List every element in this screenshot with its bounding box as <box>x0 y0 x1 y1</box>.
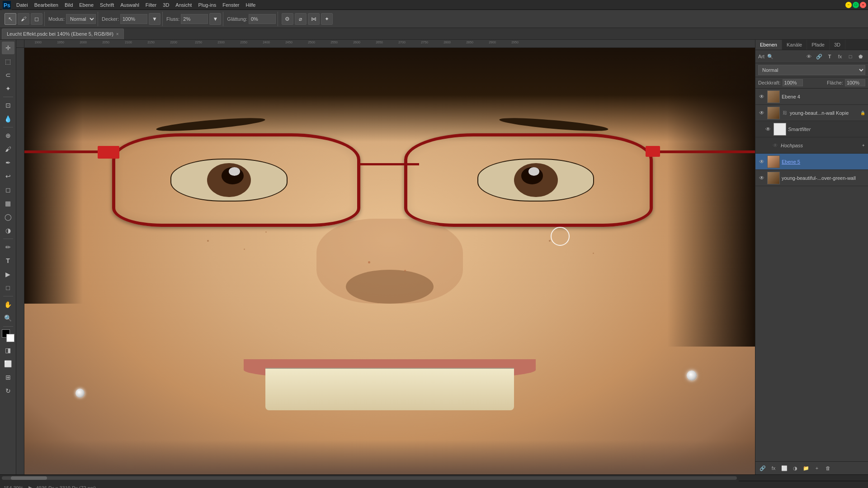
menu-schrift[interactable]: Schrift <box>97 1 117 9</box>
eraser-left-tool[interactable]: ◻ <box>2 183 14 196</box>
move-tool[interactable]: ↖ <box>5 13 16 25</box>
fx-icon[interactable]: fx <box>835 52 844 61</box>
layer-vis-icon[interactable]: 👁 <box>758 174 765 182</box>
fluss-toggle[interactable]: ▼ <box>209 13 221 25</box>
hand-tool[interactable]: ✋ <box>2 298 14 311</box>
menu-auswahl[interactable]: Auswahl <box>118 1 142 9</box>
brush-left-tool[interactable]: 🖌 <box>2 143 14 155</box>
ruler-mark: 2100 <box>125 41 132 44</box>
canvas-image[interactable] <box>24 48 755 474</box>
scroll-thumb[interactable] <box>11 476 47 480</box>
options-toolbar: ↖ 🖌 ◻ Modus: Normal Decker: ▼ Fluss: ▼ G… <box>0 10 868 28</box>
menu-datei[interactable]: Datei <box>14 1 31 9</box>
tab-3d[interactable]: 3D <box>830 40 845 50</box>
path-select-tool[interactable]: ▶ <box>2 268 14 281</box>
blur-tool[interactable]: ◯ <box>2 211 14 223</box>
glaettung-group: Glättung: <box>225 12 278 26</box>
marquee-tool[interactable]: ⬚ <box>2 55 14 68</box>
stamp-tool[interactable]: ✒ <box>2 156 14 169</box>
menu-ebene[interactable]: Ebene <box>76 1 96 9</box>
menu-3d[interactable]: 3D <box>160 1 172 9</box>
layers-list: 👁 Ebene 4 👁 ⛓ young-beaut...n-wall Kopie… <box>755 89 868 461</box>
close-button[interactable]: × <box>860 2 866 8</box>
zoom-tool[interactable]: 🔍 <box>2 312 14 324</box>
ruler-top: 1900 1950 2000 2050 2100 2150 2200 2250 … <box>24 40 755 48</box>
menu-fenster[interactable]: Fenster <box>220 1 242 9</box>
link-layers-icon[interactable]: 🔗 <box>758 464 767 473</box>
search-icon[interactable]: 🔍 <box>766 52 775 61</box>
menu-filter[interactable]: Filter <box>143 1 159 9</box>
symmetry-icon[interactable]: ⋈ <box>308 13 320 25</box>
new-fill-adj-icon[interactable]: ◑ <box>791 464 800 473</box>
brush-extra[interactable]: ✦ <box>321 13 333 25</box>
minimize-button[interactable]: − <box>845 2 852 8</box>
rotate-view-tool[interactable]: ↻ <box>2 385 14 397</box>
screen-mode[interactable]: ⬜ <box>2 357 14 370</box>
dodge-tool[interactable]: ◑ <box>2 224 14 237</box>
menu-bearbeiten[interactable]: Bearbeiten <box>32 1 61 9</box>
maximize-button[interactable]: □ <box>853 2 859 8</box>
quick-mask-tool[interactable]: ◨ <box>2 344 14 357</box>
menu-ansicht[interactable]: Ansicht <box>173 1 194 9</box>
pen-tool[interactable]: ✏ <box>2 241 14 253</box>
decker-input[interactable] <box>120 14 147 24</box>
delete-layer-icon[interactable]: 🗑 <box>823 464 832 473</box>
add-mask-icon[interactable]: ⬜ <box>780 464 789 473</box>
layer-young-original[interactable]: 👁 young-beautiful-...over-green-wall <box>755 170 868 186</box>
hscrollbar[interactable] <box>0 475 739 481</box>
tab-close[interactable]: × <box>116 32 119 37</box>
layer-ebene4[interactable]: 👁 Ebene 4 <box>755 89 868 105</box>
fluss-input[interactable] <box>181 14 208 24</box>
new-layer-icon[interactable]: + <box>812 464 821 473</box>
settings-icon[interactable]: ⚙ <box>282 13 293 25</box>
new-group-icon[interactable]: 📁 <box>802 464 811 473</box>
spot-heal-tool[interactable]: ⊕ <box>2 129 14 142</box>
adjustment-icon[interactable]: ⬟ <box>856 52 865 61</box>
text-tool[interactable]: T <box>2 254 14 267</box>
eraser-tool[interactable]: ◻ <box>31 13 42 25</box>
glaettung-input[interactable] <box>249 14 276 24</box>
layer-hochpass[interactable]: 👁 Hochpass ✦ <box>755 137 868 154</box>
brush-tool[interactable]: 🖌 <box>18 13 29 25</box>
history-brush[interactable]: ↩ <box>2 170 14 183</box>
menu-hilfe[interactable]: Hilfe <box>243 1 258 9</box>
eyedropper-tool[interactable]: 💧 <box>2 113 14 125</box>
lasso-tool[interactable]: ⊂ <box>2 69 14 81</box>
tab-pfade[interactable]: Pfade <box>807 40 830 50</box>
tool-presets: ↖ 🖌 ◻ <box>3 12 45 26</box>
move-tool-left[interactable]: ✛ <box>2 42 14 54</box>
fill-input[interactable] <box>845 79 865 86</box>
shape-tool[interactable]: □ <box>2 282 14 294</box>
menu-bild[interactable]: Bild <box>62 1 75 9</box>
link-icon[interactable]: 🔗 <box>815 52 824 61</box>
menu-plugins[interactable]: Plug-ins <box>195 1 219 9</box>
layer-smartfilter[interactable]: 👁 Smartfilter <box>755 121 868 137</box>
layer-vis-icon[interactable]: 👁 <box>758 158 765 165</box>
background-color[interactable] <box>6 334 14 342</box>
layer-vis-icon[interactable]: 👁 <box>758 93 765 100</box>
opacity-input[interactable] <box>783 79 803 86</box>
decker-toggle[interactable]: ▼ <box>149 13 160 25</box>
text-icon[interactable]: T <box>825 52 834 61</box>
angle-icon[interactable]: ⌀ <box>295 13 307 25</box>
layer-ebene5[interactable]: 👁 Ebene 5 <box>755 154 868 170</box>
magic-wand-tool[interactable]: ✦ <box>2 82 14 95</box>
mask-icon[interactable]: □ <box>846 52 855 61</box>
layer-young-kopie[interactable]: 👁 ⛓ young-beaut...n-wall Kopie 🔒 <box>755 105 868 121</box>
canvas-area[interactable]: 1900 1950 2000 2050 2100 2150 2200 2250 … <box>16 40 755 474</box>
mode-select[interactable]: Normal <box>66 14 96 24</box>
opacity-row: Deckkraft: Fläche: <box>755 77 868 89</box>
layer-vis-icon[interactable]: 👁 <box>758 109 765 117</box>
fill-label: Fläche: <box>827 80 843 85</box>
crop-tool[interactable]: ⊡ <box>2 99 14 112</box>
layer-vis-icon[interactable]: 👁 <box>772 142 779 149</box>
document-tab[interactable]: Leucht Effekt.psdc bei 140% (Ebene 5, RG… <box>2 28 124 39</box>
layer-visibility-icon[interactable]: 👁 <box>804 52 813 61</box>
add-fx-icon[interactable]: fx <box>769 464 778 473</box>
gradient-tool[interactable]: ▦ <box>2 197 14 210</box>
blend-mode-select[interactable]: Normal Multiply Screen <box>758 65 865 75</box>
tab-ebenen[interactable]: Ebenen <box>755 40 782 50</box>
layer-vis-icon[interactable]: 👁 <box>764 126 772 133</box>
artboard-tool[interactable]: ⊞ <box>2 371 14 384</box>
tab-kanaele[interactable]: Kanäle <box>782 40 807 50</box>
